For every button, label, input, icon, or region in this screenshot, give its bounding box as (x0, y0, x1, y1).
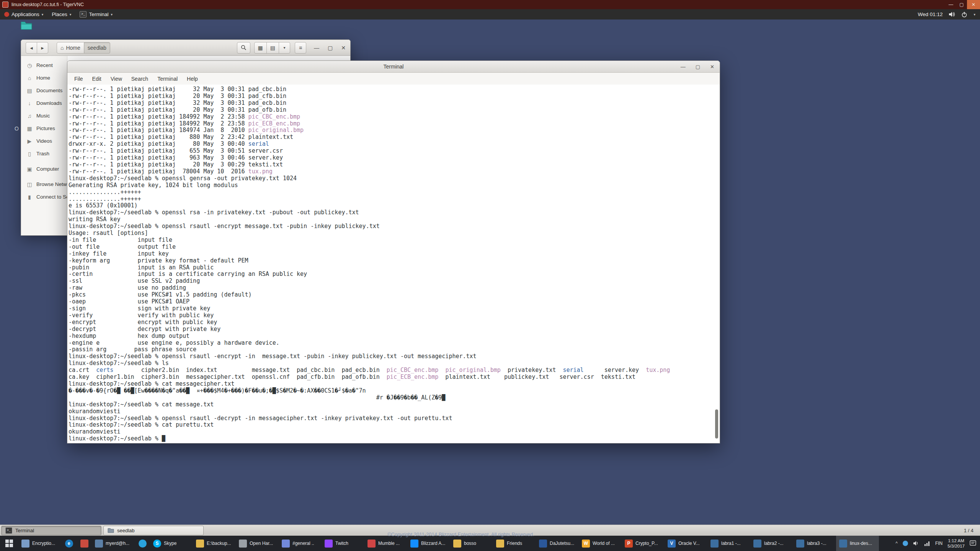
vnc-maximize-button[interactable]: ▢ (956, 0, 967, 9)
vnc-linux-desktop-icon (839, 540, 847, 548)
sidebar-item-home[interactable]: ⌂Home (21, 72, 67, 84)
applications-icon (4, 12, 9, 17)
taskbar-item-media-red[interactable] (77, 536, 92, 551)
taskbar-item-vnc-linux-desktop[interactable]: linux-des... (836, 536, 879, 551)
view-options-button[interactable]: ▾ (279, 42, 290, 54)
sidebar-item-videos[interactable]: ▶Videos (21, 135, 67, 147)
back-button[interactable]: ◂ (26, 42, 37, 54)
window-list-seedlab[interactable]: seedlab (103, 526, 204, 535)
window-list-terminal[interactable]: >_Terminal (1, 526, 101, 535)
taskbar-item-twitch[interactable]: Twitch (322, 536, 364, 551)
places-menu[interactable]: Places ▾ (47, 9, 75, 20)
terminal-content[interactable]: -rw-r--r--. 1 pietikaj pietikaj 32 May 3… (67, 85, 720, 443)
terminal-line: -rw-r--r--. 1 pietikaj pietikaj 655 May … (69, 148, 720, 155)
taskbar-item-folder-friends[interactable]: Friends (493, 536, 536, 551)
taskbar-item-telegram[interactable] (135, 536, 150, 551)
forward-button[interactable]: ▸ (37, 42, 48, 54)
sidebar-item-network[interactable]: ◫Browse Network (21, 178, 67, 191)
taskbar-item-explorer-backup[interactable]: E:\backup... (193, 536, 236, 551)
taskbar-item-encryption-doc[interactable]: Encryptio... (18, 536, 61, 551)
terminal-titlebar[interactable]: Terminal — ▢ ✕ (67, 61, 720, 73)
vnc-minimize-button[interactable]: — (946, 0, 956, 9)
terminal-menu-edit[interactable]: Edit (88, 74, 106, 84)
sidebar-item-label: Home (36, 75, 50, 81)
taskbar-item-world-of-warcraft[interactable]: WWorld of ... (579, 536, 622, 551)
crypto-presentation-icon: P (625, 540, 633, 548)
terminal-menu-search[interactable]: Search (127, 74, 153, 84)
terminal-output[interactable]: -rw-r--r--. 1 pietikaj pietikaj 32 May 3… (67, 85, 720, 442)
sidebar-item-label: Recent (36, 62, 53, 68)
chevron-down-icon: ▾ (70, 13, 72, 16)
path-current-button[interactable]: seedlab (84, 42, 110, 54)
active-app-menu-terminal[interactable]: >_ Terminal ▾ (75, 9, 117, 20)
sidebar-item-documents[interactable]: ▤Documents (21, 84, 67, 97)
terminal-line: -pubin input is an RSA public (69, 264, 720, 271)
tray-volume-icon[interactable] (913, 541, 919, 546)
start-button[interactable] (0, 536, 18, 551)
terminal-close-button[interactable]: ✕ (710, 64, 714, 70)
terminal-menu-help[interactable]: Help (182, 74, 203, 84)
file-manager-sidebar: ◷Recent⌂Home▤Documents↓Downloads♫Music▦P… (21, 56, 67, 235)
terminal-line: Generating RSA private key, 1024 bit lon… (69, 182, 720, 189)
action-center-icon[interactable] (970, 540, 976, 546)
taskbar-item-blizzard-app[interactable]: Blizzard A... (407, 536, 450, 551)
vnc-close-button[interactable]: ✕ (967, 0, 980, 9)
workspace-indicator[interactable]: 1 / 4 (964, 528, 973, 533)
sidebar-item-pictures[interactable]: ▦Pictures (21, 122, 67, 135)
terminal-line: linux-desktop7:~/seedlab % ls (69, 360, 720, 367)
tray-app-icon[interactable] (903, 541, 908, 546)
taskbar-item-mumble[interactable]: Mumble ... (364, 536, 407, 551)
language-indicator[interactable]: FIN (935, 541, 942, 546)
list-view-button[interactable]: ▤ (266, 42, 279, 54)
taskbar-item-crypto-presentation[interactable]: PCrypto_P... (622, 536, 665, 551)
sidebar-item-trash[interactable]: ▯Trash (21, 147, 67, 160)
vnc-labra2-icon (753, 540, 761, 548)
taskbar-item-label: E:\backup... (207, 541, 231, 546)
path-home-button[interactable]: ⌂ Home (57, 42, 84, 54)
taskbar-clock[interactable]: 1:12 AM 5/3/2017 (947, 538, 965, 549)
documents-icon: ▤ (26, 88, 33, 94)
taskbar-item-folder-bosso[interactable]: bosso (450, 536, 493, 551)
fm-close-button[interactable]: ✕ (341, 45, 346, 51)
sidebar-item-computer[interactable]: ▣Computer (21, 163, 67, 175)
edge-icon: e (65, 540, 73, 548)
taskbar-item-dajutetsu[interactable]: DaJutetsu... (536, 536, 579, 551)
applications-menu[interactable]: Applications ▾ (0, 9, 47, 20)
sidebar-item-music[interactable]: ♫Music (21, 109, 67, 122)
sidebar-item-recent[interactable]: ◷Recent (21, 59, 67, 72)
terminal-line: linux-desktop7:~/seedlab % openssl rsaut… (69, 415, 720, 422)
desktop-folder-icon[interactable] (21, 20, 32, 30)
terminal-menu-terminal[interactable]: Terminal (153, 74, 182, 84)
power-icon[interactable] (961, 11, 967, 18)
taskbar-item-vnc-labra3[interactable]: labra3 -... (793, 536, 836, 551)
tray-expand-chevron[interactable]: ^ (895, 541, 898, 546)
terminal-scrollbar[interactable] (715, 409, 718, 439)
chevron-down-icon[interactable]: ▾ (973, 13, 975, 16)
terminal-maximize-button[interactable]: ▢ (696, 64, 700, 70)
terminal-menu-view[interactable]: View (106, 74, 127, 84)
sidebar-item-downloads[interactable]: ↓Downloads (21, 97, 67, 109)
taskbar-item-label: Mumble ... (378, 541, 400, 546)
terminal-line: ca.key cipher1.bin cipher3.bin messageci… (69, 374, 720, 381)
taskbar-item-skype[interactable]: SSkype (150, 536, 193, 551)
search-button[interactable] (237, 42, 250, 54)
taskbar-item-edge[interactable]: e (61, 536, 77, 551)
taskbar-item-open-hardware[interactable]: Open Har... (236, 536, 279, 551)
taskbar-item-vnc-labra1[interactable]: labra1 -... (707, 536, 750, 551)
taskbar-item-virtualbox[interactable]: VOracle V... (665, 536, 707, 551)
grid-view-button[interactable]: ▦ (254, 42, 267, 54)
sidebar-item-server[interactable]: ▮Connect to Server (21, 191, 67, 203)
tray-network-icon[interactable] (924, 541, 930, 546)
taskbar-item-ssh-myerd[interactable]: myerd@h... (92, 536, 135, 551)
fm-minimize-button[interactable]: — (314, 45, 319, 51)
panel-clock[interactable]: Wed 01:12 (918, 11, 942, 17)
chevron-down-icon: ▾ (284, 46, 286, 50)
path-home-label: Home (66, 45, 80, 51)
terminal-minimize-button[interactable]: — (681, 64, 686, 70)
window-menu-button[interactable]: ≡ (295, 42, 306, 54)
taskbar-item-discord-general[interactable]: #general .. (279, 536, 322, 551)
fm-maximize-button[interactable]: ▢ (328, 45, 333, 51)
taskbar-item-vnc-labra2[interactable]: labra2 -... (750, 536, 793, 551)
volume-icon[interactable] (949, 11, 955, 17)
terminal-menu-file[interactable]: File (70, 74, 88, 84)
